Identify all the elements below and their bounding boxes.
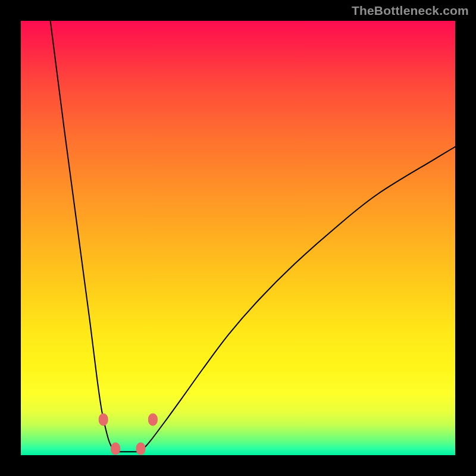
curve-marker	[99, 414, 108, 425]
curve-right-branch	[138, 147, 455, 452]
curve-marker	[136, 443, 145, 455]
chart-frame: TheBottleneck.com	[0, 0, 476, 476]
curve-left-branch	[51, 21, 119, 452]
plot-area	[21, 21, 455, 455]
curve-svg	[21, 21, 455, 455]
marker-group	[99, 414, 157, 455]
curve-marker	[111, 443, 120, 455]
watermark-text: TheBottleneck.com	[352, 4, 469, 18]
curve-group	[51, 21, 455, 452]
curve-marker	[148, 414, 157, 425]
